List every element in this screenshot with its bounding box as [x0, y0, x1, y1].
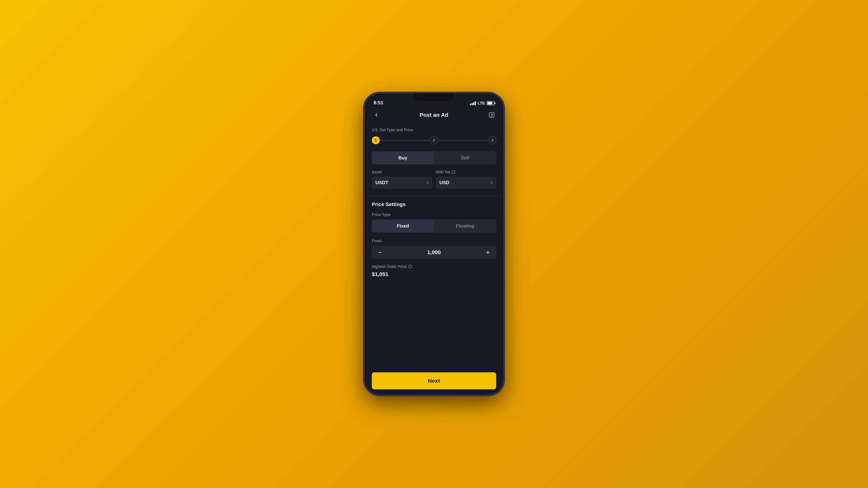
asset-group: Asset USDT ▾	[372, 170, 432, 189]
help-button[interactable]: ?	[487, 110, 496, 120]
step-2-circle: 2	[430, 136, 438, 144]
step-line-1-2	[380, 140, 430, 140]
sell-button[interactable]: Sell	[434, 152, 496, 164]
step-progress: 1 2 3	[372, 136, 496, 144]
fiat-group: With fiat USD ▾	[436, 170, 496, 189]
next-button-wrapper: Next	[365, 369, 503, 395]
highest-order-price-value: $1,051	[372, 271, 496, 277]
phone-device: 8:51 LTE	[364, 92, 504, 396]
step-1-circle: 1	[372, 136, 380, 144]
screen: 8:51 LTE	[365, 93, 503, 395]
step-label: 1/3. Set Type and Price	[372, 128, 496, 132]
price-type-toggle: Fixed Floating	[372, 220, 496, 232]
trade-type-toggle: Buy Sell	[372, 152, 496, 164]
fiat-select[interactable]: USD ▾	[436, 176, 496, 189]
asset-arrow-icon: ▾	[427, 181, 429, 185]
floating-type-button[interactable]: Floating	[434, 220, 496, 232]
svg-text:?: ?	[491, 113, 492, 117]
fixed-input-label: Fixed	[372, 238, 496, 243]
nav-header: Post an Ad ?	[365, 108, 503, 122]
battery-icon	[487, 101, 494, 105]
status-time: 8:51	[374, 100, 383, 105]
lte-label: LTE	[478, 101, 485, 105]
fiat-value: USD	[439, 180, 450, 186]
price-settings-title: Price Settings	[372, 201, 496, 207]
step-line-2-3	[438, 140, 488, 140]
buy-button[interactable]: Buy	[372, 152, 434, 164]
asset-row: Asset USDT ▾ With fiat	[372, 170, 496, 189]
decrement-button[interactable]: −	[375, 248, 385, 257]
asset-value: USDT	[375, 180, 388, 186]
battery-fill	[488, 102, 492, 104]
status-icons: LTE	[470, 101, 494, 105]
fiat-arrow-icon: ▾	[491, 181, 493, 185]
fiat-label: With fiat	[436, 170, 496, 174]
step-3-circle: 3	[488, 136, 496, 144]
highest-order-price-label: Highest Order Price	[372, 264, 496, 269]
next-button[interactable]: Next	[372, 372, 496, 389]
phone-shell: 8:51 LTE	[364, 92, 504, 396]
signal-icon	[470, 101, 476, 105]
back-button[interactable]	[372, 110, 381, 120]
content-area: 1/3. Set Type and Price 1 2 3 Buy Sell	[365, 122, 503, 369]
fixed-type-button[interactable]: Fixed	[372, 220, 434, 232]
notch	[414, 93, 454, 101]
page-title: Post an Ad	[420, 112, 448, 118]
fixed-input-row: − +	[372, 246, 496, 259]
asset-label: Asset	[372, 170, 432, 174]
price-type-label: Price Type	[372, 213, 496, 217]
content-spacer	[372, 277, 496, 363]
increment-button[interactable]: +	[483, 248, 493, 257]
fixed-price-input[interactable]	[386, 249, 482, 255]
asset-select[interactable]: USDT ▾	[372, 176, 432, 189]
